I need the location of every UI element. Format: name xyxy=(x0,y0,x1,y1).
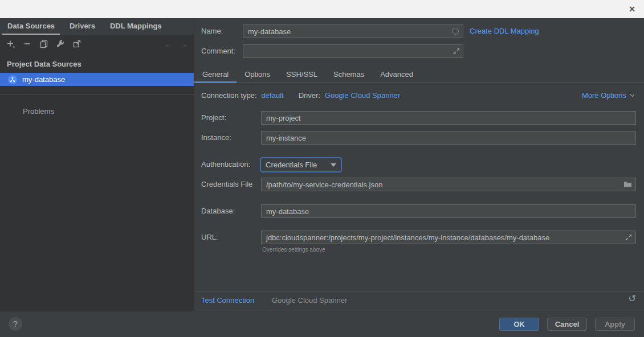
sidebar-item-problems[interactable]: Problems xyxy=(23,107,194,116)
more-options-label: More Options xyxy=(582,91,626,100)
config-panel: Name: Create DDL Mapping Comment: Genera… xyxy=(194,18,644,311)
data-sources-dialog: × Data Sources Drivers DDL Mappings xyxy=(0,0,644,337)
folder-icon[interactable] xyxy=(623,181,632,188)
settings-tabs: General Options SSH/SSL Schemas Advanced xyxy=(194,66,644,83)
credentials-file-input[interactable] xyxy=(261,178,636,191)
url-field-wrap xyxy=(261,231,636,244)
more-options-link[interactable]: More Options xyxy=(582,91,635,100)
instance-field-wrap xyxy=(261,131,636,145)
tab-ssh-ssl[interactable]: SSH/SSL xyxy=(278,66,325,83)
tab-drivers[interactable]: Drivers xyxy=(62,18,103,35)
database-field-wrap xyxy=(261,204,636,218)
sidebar-toolbar: ← → xyxy=(0,35,194,52)
test-connection-link[interactable]: Test Connection xyxy=(201,296,254,305)
dropdown-arrow-icon xyxy=(331,163,336,167)
google-cloud-spanner-icon xyxy=(8,75,17,84)
name-field-wrap xyxy=(243,24,463,38)
credentials-file-field-wrap xyxy=(261,178,636,191)
project-field-wrap xyxy=(261,111,636,125)
project-label: Project: xyxy=(201,113,226,122)
tab-advanced[interactable]: Advanced xyxy=(372,66,421,83)
back-icon[interactable]: ← xyxy=(164,39,173,49)
database-label: Database: xyxy=(201,207,235,216)
create-ddl-mapping-link[interactable]: Create DDL Mapping xyxy=(470,27,539,36)
comment-input[interactable] xyxy=(243,44,463,58)
authentication-value: Credentials File xyxy=(266,161,317,169)
cancel-button[interactable]: Cancel xyxy=(547,318,587,331)
window-titlebar: × xyxy=(0,0,644,18)
name-input[interactable] xyxy=(243,24,463,38)
authentication-dropdown[interactable]: Credentials File xyxy=(260,157,342,172)
duplicate-icon[interactable] xyxy=(39,39,49,49)
url-label: URL: xyxy=(201,233,218,242)
comment-field-wrap xyxy=(243,44,463,58)
database-input[interactable] xyxy=(261,204,636,218)
project-data-sources-heading: Project Data Sources xyxy=(7,60,187,68)
instance-label: Instance: xyxy=(201,133,231,142)
apply-button[interactable]: Apply xyxy=(595,318,635,331)
reset-icon[interactable]: ↺ xyxy=(629,293,636,304)
refresh-indicator-icon xyxy=(451,27,459,35)
footer-driver-name: Google Cloud Spanner xyxy=(272,296,347,305)
history-nav: ← → xyxy=(164,35,188,52)
tab-data-sources[interactable]: Data Sources xyxy=(0,18,62,35)
ok-button[interactable]: OK xyxy=(499,318,539,331)
name-label: Name: xyxy=(201,27,223,36)
tab-options[interactable]: Options xyxy=(237,66,278,83)
add-icon[interactable] xyxy=(6,39,16,49)
divider xyxy=(0,94,194,94)
credentials-file-label: Credentials File xyxy=(201,180,252,189)
tab-general[interactable]: General xyxy=(194,66,237,83)
driver-label: Driver: xyxy=(299,91,320,100)
connection-type-value-link[interactable]: default xyxy=(262,91,284,100)
close-icon[interactable]: × xyxy=(625,2,639,16)
action-buttons: OK Cancel Apply xyxy=(499,318,635,331)
connection-type-label: Connection type: xyxy=(201,91,257,100)
driver-value-link[interactable]: Google Cloud Spanner xyxy=(325,91,400,100)
expand-icon[interactable] xyxy=(453,48,460,55)
data-source-label: my-database xyxy=(22,75,65,84)
wrench-icon[interactable] xyxy=(55,39,66,49)
url-hint: Overrides settings above xyxy=(262,246,325,253)
tab-ddl-mappings[interactable]: DDL Mappings xyxy=(103,18,169,35)
tab-schemas[interactable]: Schemas xyxy=(325,66,372,83)
help-icon[interactable]: ? xyxy=(9,317,22,331)
remove-icon[interactable] xyxy=(22,39,32,49)
sidebar: Data Sources Drivers DDL Mappings ← → xyxy=(0,18,194,311)
project-input[interactable] xyxy=(261,111,636,125)
forward-icon[interactable]: → xyxy=(180,39,188,49)
open-in-new-icon[interactable] xyxy=(72,39,82,49)
divider xyxy=(194,291,644,291)
authentication-label: Authentication: xyxy=(201,160,250,169)
connection-type-row: Connection type: default Driver: Google … xyxy=(201,91,400,100)
url-input[interactable] xyxy=(261,231,636,244)
expand-icon[interactable] xyxy=(625,234,632,241)
dialog-button-bar: ? OK Cancel Apply xyxy=(0,311,644,337)
data-source-item-my-database[interactable]: my-database xyxy=(0,73,194,86)
sidebar-tabs: Data Sources Drivers DDL Mappings xyxy=(0,18,194,35)
instance-input[interactable] xyxy=(261,131,636,145)
comment-label: Comment: xyxy=(201,47,235,56)
chevron-down-icon xyxy=(630,94,635,97)
